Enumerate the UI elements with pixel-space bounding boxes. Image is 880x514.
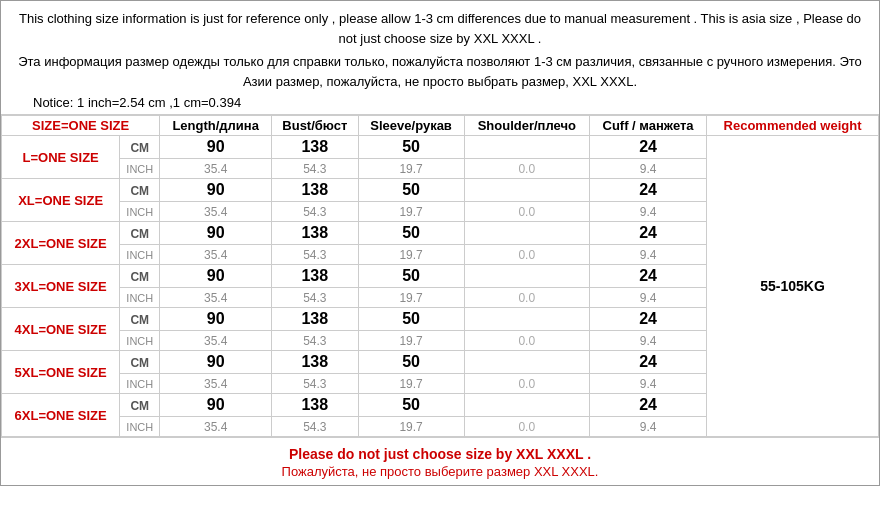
inch-bust: 54.3 [272, 331, 359, 351]
cm-bust: 138 [272, 179, 359, 202]
notice-english: This clothing size information is just f… [13, 9, 867, 48]
inch-cuff: 9.4 [590, 331, 707, 351]
inch-sleeve: 19.7 [358, 202, 464, 222]
table-header-row: SIZE=ONE SIZE Length/длина Bust/бюст Sle… [2, 116, 879, 136]
inch-shoulder: 0.0 [464, 417, 589, 437]
cm-sleeve: 50 [358, 308, 464, 331]
cm-bust: 138 [272, 308, 359, 331]
cm-bust: 138 [272, 265, 359, 288]
size-label-cell: L=ONE SIZE [2, 136, 120, 179]
cm-cuff: 24 [590, 394, 707, 417]
size-label: 4XL=ONE SIZE [15, 322, 107, 337]
header-sleeve: Sleeve/рукав [358, 116, 464, 136]
cm-cuff: 24 [590, 222, 707, 245]
cm-shoulder [464, 394, 589, 417]
size-chart-container: This clothing size information is just f… [0, 0, 880, 486]
footer-block: Please do not just choose size by XXL XX… [1, 437, 879, 485]
size-label-cell: XL=ONE SIZE [2, 179, 120, 222]
inch-cuff: 9.4 [590, 202, 707, 222]
unit-inch: INCH [120, 331, 160, 351]
inch-bust: 54.3 [272, 288, 359, 308]
inch-sleeve: 19.7 [358, 331, 464, 351]
cm-sleeve: 50 [358, 265, 464, 288]
inch-bust: 54.3 [272, 202, 359, 222]
inch-length: 35.4 [160, 417, 272, 437]
cm-bust: 138 [272, 351, 359, 374]
inch-shoulder: 0.0 [464, 374, 589, 394]
cm-cuff: 24 [590, 308, 707, 331]
notice-russian: Эта информация размер одежды только для … [13, 52, 867, 91]
inch-cuff: 9.4 [590, 417, 707, 437]
cm-bust: 138 [272, 222, 359, 245]
inch-shoulder: 0.0 [464, 288, 589, 308]
unit-cm: CM [120, 222, 160, 245]
size-label: 2XL=ONE SIZE [15, 236, 107, 251]
inch-shoulder: 0.0 [464, 202, 589, 222]
rec-weight-cell: 55-105KG [707, 136, 879, 437]
inch-sleeve: 19.7 [358, 417, 464, 437]
inch-shoulder: 0.0 [464, 159, 589, 179]
size-label-cell: 6XL=ONE SIZE [2, 394, 120, 437]
header-length: Length/длина [160, 116, 272, 136]
inch-cuff: 9.4 [590, 159, 707, 179]
inch-sleeve: 19.7 [358, 374, 464, 394]
inch-cuff: 9.4 [590, 245, 707, 265]
unit-cm: CM [120, 351, 160, 374]
cm-cuff: 24 [590, 179, 707, 202]
inch-bust: 54.3 [272, 374, 359, 394]
inch-bust: 54.3 [272, 159, 359, 179]
cm-cuff: 24 [590, 351, 707, 374]
inch-sleeve: 19.7 [358, 159, 464, 179]
inch-length: 35.4 [160, 245, 272, 265]
cm-shoulder [464, 351, 589, 374]
size-label: 6XL=ONE SIZE [15, 408, 107, 423]
cm-sleeve: 50 [358, 222, 464, 245]
unit-inch: INCH [120, 202, 160, 222]
cm-sleeve: 50 [358, 394, 464, 417]
cm-bust: 138 [272, 394, 359, 417]
cm-length: 90 [160, 179, 272, 202]
cm-sleeve: 50 [358, 351, 464, 374]
cm-length: 90 [160, 222, 272, 245]
size-label: 5XL=ONE SIZE [15, 365, 107, 380]
inch-shoulder: 0.0 [464, 245, 589, 265]
footer-english: Please do not just choose size by XXL XX… [5, 446, 875, 462]
cm-shoulder [464, 136, 589, 159]
unit-inch: INCH [120, 245, 160, 265]
header-shoulder: Shoulder/плечо [464, 116, 589, 136]
header-size: SIZE=ONE SIZE [2, 116, 160, 136]
size-label-cell: 2XL=ONE SIZE [2, 222, 120, 265]
size-label-cell: 4XL=ONE SIZE [2, 308, 120, 351]
unit-cm: CM [120, 179, 160, 202]
unit-cm: CM [120, 308, 160, 331]
inch-length: 35.4 [160, 374, 272, 394]
size-label-cell: 5XL=ONE SIZE [2, 351, 120, 394]
cm-length: 90 [160, 351, 272, 374]
cm-length: 90 [160, 136, 272, 159]
footer-russian: Пожалуйста, не просто выберите размер XX… [5, 464, 875, 479]
cm-cuff: 24 [590, 136, 707, 159]
inch-bust: 54.3 [272, 417, 359, 437]
header-bust: Bust/бюст [272, 116, 359, 136]
inch-shoulder: 0.0 [464, 331, 589, 351]
cm-length: 90 [160, 265, 272, 288]
cm-cuff: 24 [590, 265, 707, 288]
size-label: 3XL=ONE SIZE [15, 279, 107, 294]
cm-shoulder [464, 308, 589, 331]
inch-cuff: 9.4 [590, 374, 707, 394]
cm-shoulder [464, 265, 589, 288]
inch-cuff: 9.4 [590, 288, 707, 308]
table-row: L=ONE SIZECM90138502455-105KG [2, 136, 879, 159]
cm-bust: 138 [272, 136, 359, 159]
cm-length: 90 [160, 308, 272, 331]
unit-inch: INCH [120, 417, 160, 437]
notice-inch: Notice: 1 inch=2.54 cm ,1 cm=0.394 [13, 95, 867, 110]
cm-shoulder [464, 179, 589, 202]
unit-cm: CM [120, 394, 160, 417]
inch-sleeve: 19.7 [358, 245, 464, 265]
header-cuff: Cuff / манжета [590, 116, 707, 136]
inch-length: 35.4 [160, 159, 272, 179]
unit-cm: CM [120, 265, 160, 288]
unit-inch: INCH [120, 374, 160, 394]
size-label: L=ONE SIZE [23, 150, 99, 165]
